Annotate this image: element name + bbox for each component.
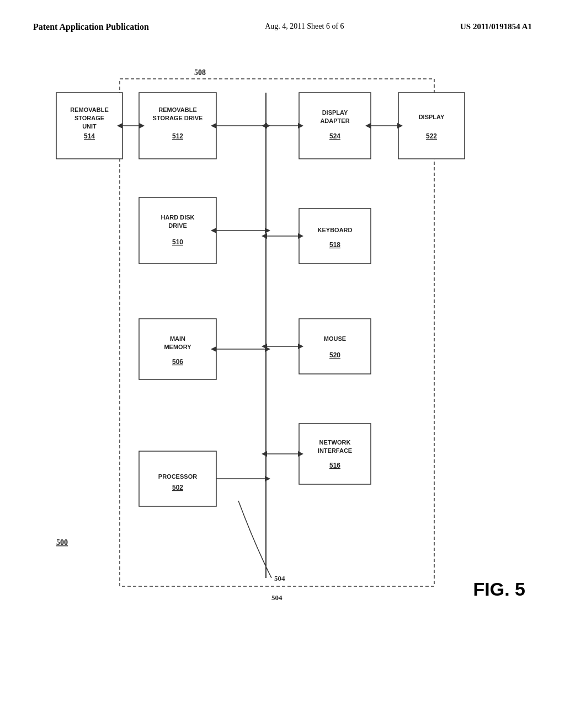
svg-marker-69 — [262, 451, 267, 457]
svg-text:514: 514 — [84, 132, 95, 140]
svg-text:MOUSE: MOUSE — [324, 335, 346, 342]
svg-text:DISPLAY: DISPLAY — [322, 109, 348, 116]
svg-text:DRIVE: DRIVE — [168, 222, 187, 229]
svg-text:STORAGE DRIVE: STORAGE DRIVE — [153, 115, 203, 121]
svg-marker-57 — [262, 123, 267, 129]
svg-text:506: 506 — [172, 358, 183, 366]
svg-text:500: 500 — [56, 538, 68, 547]
publication-date-sheet: Aug. 4, 2011 Sheet 6 of 6 — [265, 22, 344, 31]
page-header: Patent Application Publication Aug. 4, 2… — [33, 22, 532, 32]
figure-diagram: 508 504 REMOVABLE STORAGE UNIT 514 REMOV… — [34, 49, 531, 683]
svg-rect-31 — [299, 208, 371, 264]
svg-rect-9 — [139, 93, 216, 159]
svg-text:522: 522 — [426, 132, 437, 140]
svg-text:508: 508 — [194, 68, 206, 77]
patent-page: Patent Application Publication Aug. 4, 2… — [0, 0, 565, 728]
svg-rect-28 — [398, 93, 465, 159]
svg-text:DISPLAY: DISPLAY — [419, 114, 445, 120]
svg-text:ADAPTER: ADAPTER — [320, 117, 349, 124]
svg-text:NETWORK: NETWORK — [319, 439, 351, 446]
svg-rect-24 — [299, 93, 371, 159]
svg-text:518: 518 — [329, 241, 340, 249]
svg-marker-54 — [265, 476, 270, 481]
svg-rect-13 — [139, 197, 216, 264]
svg-text:KEYBOARD: KEYBOARD — [318, 227, 353, 233]
svg-text:502: 502 — [172, 484, 183, 491]
svg-text:STORAGE: STORAGE — [74, 115, 104, 121]
publication-title: Patent Application Publication — [33, 22, 149, 32]
svg-text:520: 520 — [329, 351, 340, 359]
svg-text:UNIT: UNIT — [82, 123, 97, 130]
svg-text:524: 524 — [329, 132, 340, 140]
svg-text:REMOVABLE: REMOVABLE — [158, 106, 196, 113]
svg-text:512: 512 — [172, 132, 183, 140]
svg-text:MEMORY: MEMORY — [164, 344, 191, 350]
svg-marker-49 — [265, 228, 270, 233]
svg-marker-63 — [262, 233, 267, 239]
figure-label: FIG. 5 — [473, 579, 525, 600]
svg-text:HARD DISK: HARD DISK — [161, 214, 194, 221]
svg-text:MAIN: MAIN — [170, 335, 185, 342]
svg-rect-37 — [299, 424, 371, 484]
svg-rect-34 — [299, 319, 371, 374]
svg-text:PROCESSOR: PROCESSOR — [158, 473, 197, 480]
svg-text:510: 510 — [172, 238, 183, 246]
svg-marker-66 — [262, 344, 267, 349]
svg-text:INTERFACE: INTERFACE — [318, 447, 352, 454]
svg-text:504: 504 — [274, 574, 285, 582]
svg-text:REMOVABLE: REMOVABLE — [70, 106, 108, 113]
publication-number: US 2011/0191854 A1 — [460, 22, 532, 31]
diagram-svg: 508 504 REMOVABLE STORAGE UNIT 514 REMOV… — [34, 49, 531, 683]
svg-text:504: 504 — [271, 593, 282, 602]
svg-text:516: 516 — [329, 462, 340, 469]
